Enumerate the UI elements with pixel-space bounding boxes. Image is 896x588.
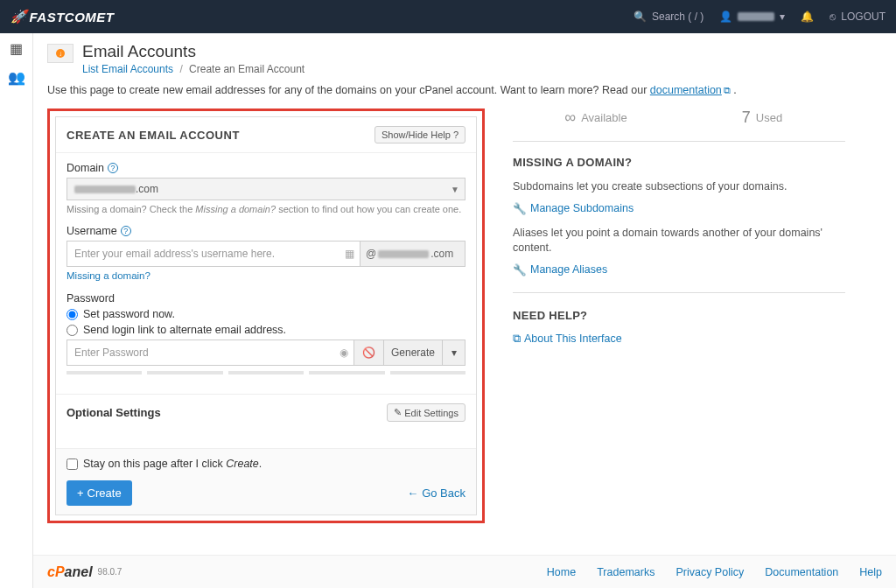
user-menu[interactable]: 👤 ▾ <box>719 10 785 23</box>
optional-heading: Optional Settings <box>66 406 161 419</box>
radio-link-input[interactable] <box>66 325 78 336</box>
breadcrumb-sep: / <box>179 63 182 75</box>
domain-hint: Missing a domain? Check the Missing a do… <box>66 204 466 214</box>
generate-button[interactable]: Generate <box>384 340 443 366</box>
radio-now-input[interactable] <box>66 309 78 320</box>
domain-select[interactable]: .com ▼ <box>66 178 466 200</box>
generate-dropdown-button[interactable]: ▾ <box>443 340 466 366</box>
password-group: Password Set password now. Send login li… <box>66 292 466 374</box>
password-input[interactable]: Enter Password ◉ <box>66 340 354 366</box>
footer-link-documentation[interactable]: Documentation <box>765 566 838 578</box>
page-title: Email Accounts <box>82 42 304 61</box>
chevron-down-icon: ▼ <box>451 185 459 194</box>
footer-link-trademarks[interactable]: Trademarks <box>597 566 654 578</box>
username-row: Enter your email address's username here… <box>66 241 466 267</box>
missing-domain-heading: MISSING A DOMAIN? <box>513 156 845 169</box>
apps-icon[interactable]: ▦ <box>10 40 23 57</box>
footer-link-help[interactable]: Help <box>859 566 882 578</box>
logout-button[interactable]: ⎋ LOGOUT <box>830 10 886 23</box>
password-label: Password <box>66 292 466 304</box>
breadcrumb-list-link[interactable]: List Email Accounts <box>82 63 173 75</box>
stay-checkbox-row[interactable]: Stay on this page after I click Create. <box>66 458 466 470</box>
about-interface-link[interactable]: ⧉ About This Interface <box>513 332 845 346</box>
radio-send-link[interactable]: Send login link to alternate email addre… <box>66 324 466 336</box>
breadcrumb-current: Create an Email Account <box>189 63 304 75</box>
breadcrumb: List Email Accounts / Create an Email Ac… <box>82 63 304 75</box>
optional-body <box>56 430 476 448</box>
create-label: Create <box>88 486 122 500</box>
need-help-section: NEED HELP? ⧉ About This Interface <box>513 309 845 361</box>
bell-icon[interactable]: 🔔 <box>801 10 814 23</box>
hide-password-button[interactable]: 🚫 <box>354 340 384 366</box>
topbar-right: 🔍 Search ( / ) 👤 ▾ 🔔 ⎋ LOGOUT <box>634 10 886 23</box>
username-redacted <box>738 12 774 21</box>
page-header: ↓ Email Accounts List Email Accounts / C… <box>47 42 882 75</box>
show-hide-help-button[interactable]: Show/Hide Help ? <box>374 126 466 144</box>
columns: CREATE AN EMAIL ACCOUNT Show/Hide Help ?… <box>47 108 882 523</box>
reveal-icon[interactable]: ◉ <box>340 346 348 359</box>
addon-redacted <box>378 250 429 258</box>
go-back-link[interactable]: ← Go Back <box>407 486 466 500</box>
footer-links: Home Trademarks Privacy Policy Documenta… <box>547 566 882 578</box>
intro-text: Use this page to create new email addres… <box>47 84 882 96</box>
wrench-icon: 🔧 <box>513 202 527 215</box>
search-box[interactable]: 🔍 Search ( / ) <box>634 10 704 23</box>
footer-buttons: + Create ← Go Back <box>66 480 466 506</box>
panel-footer: Stay on this page after I click Create. … <box>56 448 476 514</box>
plus-icon: + <box>77 486 84 500</box>
highlight-box: CREATE AN EMAIL ACCOUNT Show/Hide Help ?… <box>47 108 485 523</box>
used-label: Used <box>756 111 782 124</box>
footer-link-privacy[interactable]: Privacy Policy <box>676 566 744 578</box>
user-icon: 👤 <box>719 10 732 23</box>
logout-icon: ⎋ <box>830 10 836 23</box>
page-footer: cPanel 98.0.7 Home Trademarks Privacy Po… <box>33 555 896 588</box>
domain-label: Domain ? <box>66 162 466 174</box>
contact-icon: ▦ <box>345 248 354 260</box>
stay-checkbox[interactable] <box>66 458 78 470</box>
help-icon[interactable]: ? <box>121 226 131 236</box>
username-label-text: Username <box>66 225 117 237</box>
search-icon: 🔍 <box>634 10 647 23</box>
external-link-icon: ⧉ <box>513 332 521 346</box>
eye-slash-icon: 🚫 <box>362 346 375 359</box>
need-help-heading: NEED HELP? <box>513 309 845 322</box>
right-column: ∞ Available 7 Used MISSING A DOMAIN? Sub… <box>513 108 845 523</box>
create-button[interactable]: + Create <box>66 480 132 506</box>
chevron-down-icon: ▾ <box>780 10 785 23</box>
domain-suffix: .com <box>136 183 158 195</box>
optional-header: Optional Settings ✎ Edit Settings <box>56 394 476 430</box>
documentation-link[interactable]: documentation <box>650 84 722 96</box>
panel-header: CREATE AN EMAIL ACCOUNT Show/Hide Help ? <box>56 117 476 153</box>
sidebar: ▦ 👥 <box>0 33 33 588</box>
chevron-down-icon: ▾ <box>452 346 457 359</box>
username-group: Username ? Enter your email address's us… <box>66 225 466 282</box>
edit-settings-button[interactable]: ✎ Edit Settings <box>387 403 466 422</box>
missing-domain-link[interactable]: Missing a domain? <box>66 270 150 281</box>
help-icon[interactable]: ? <box>108 163 118 173</box>
stat-available: ∞ Available <box>513 108 679 127</box>
intro-pre: Use this page to create new email addres… <box>47 84 650 96</box>
domain-group: Domain ? .com ▼ Missing a domain? Check … <box>66 162 466 214</box>
stay-label: Stay on this page after I click Create. <box>83 458 262 470</box>
search-placeholder: Search ( / ) <box>652 10 704 23</box>
username-label: Username ? <box>66 225 466 237</box>
footer-link-home[interactable]: Home <box>547 566 576 578</box>
manage-subdomains-link[interactable]: 🔧 Manage Subdomains <box>513 202 845 215</box>
alias-text: Aliases let you point a domain towards a… <box>513 226 845 256</box>
password-row: Enter Password ◉ 🚫 Generate ▾ <box>66 340 466 366</box>
left-column: CREATE AN EMAIL ACCOUNT Show/Hide Help ?… <box>47 108 485 523</box>
domain-label-text: Domain <box>66 162 104 174</box>
radio-link-label: Send login link to alternate email addre… <box>83 324 286 336</box>
users-icon[interactable]: 👥 <box>8 69 25 86</box>
show-help-label: Show/Hide Help <box>382 130 451 140</box>
radio-set-now[interactable]: Set password now. <box>66 308 466 320</box>
manage-aliases-link[interactable]: 🔧 Manage Aliases <box>513 263 845 276</box>
username-input[interactable]: Enter your email address's username here… <box>66 241 360 267</box>
brand-logo: 🚀 FASTCOMET <box>10 9 115 24</box>
rocket-icon: 🚀 <box>10 9 28 24</box>
logout-label: LOGOUT <box>841 10 886 23</box>
panel-body: Domain ? .com ▼ Missing a domain? Check … <box>56 153 476 394</box>
go-back-label: Go Back <box>422 486 466 500</box>
pencil-icon: ✎ <box>394 407 402 418</box>
question-icon: ? <box>453 130 458 140</box>
